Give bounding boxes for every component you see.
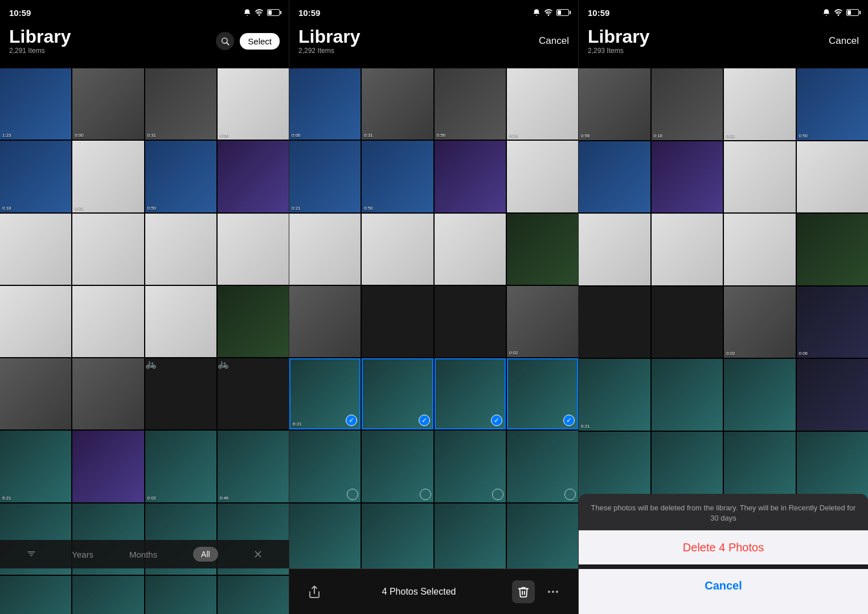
photo-cell[interactable]: 0:56 xyxy=(435,68,506,140)
select-button-p1[interactable]: Select xyxy=(240,33,280,50)
photo-cell[interactable] xyxy=(724,214,796,285)
photo-cell[interactable]: 0:46 xyxy=(218,431,289,502)
photo-cell[interactable] xyxy=(72,214,144,285)
photo-cell-sel4[interactable]: ✓ xyxy=(507,358,578,429)
photo-cell[interactable]: 0:21 xyxy=(724,68,796,140)
photo-cell[interactable]: 0:31 xyxy=(362,68,433,140)
photo-cell[interactable] xyxy=(507,504,578,569)
photo-cell[interactable] xyxy=(0,214,71,285)
photo-cell[interactable] xyxy=(362,286,433,357)
photo-cell[interactable] xyxy=(435,141,506,212)
delete-photos-button[interactable]: Delete 4 Photos xyxy=(579,530,868,564)
photo-cell[interactable]: 0:02 xyxy=(507,286,578,357)
bell-icon xyxy=(822,9,830,17)
photo-cell[interactable]: 0:02 xyxy=(145,431,216,502)
photo-cell[interactable]: 0:50 xyxy=(145,141,216,212)
photo-cell[interactable] xyxy=(72,576,144,614)
photo-cell[interactable] xyxy=(579,432,650,504)
photo-cell[interactable]: 0:06 xyxy=(797,286,869,358)
photo-cell[interactable] xyxy=(652,214,723,285)
photo-cell-sel1[interactable]: 6:21 ✓ xyxy=(289,358,361,429)
photo-cell[interactable]: 0:56 xyxy=(579,68,650,140)
search-button-p1[interactable] xyxy=(216,32,234,50)
photo-cell[interactable] xyxy=(724,359,796,431)
status-time-p1: 10:59 xyxy=(9,8,31,18)
photo-cell[interactable]: 0:18 xyxy=(0,141,71,212)
photo-cell[interactable]: 0:21 xyxy=(72,141,144,212)
close-filter-p1[interactable] xyxy=(254,550,262,558)
photo-cell[interactable] xyxy=(579,286,650,358)
photo-cell[interactable] xyxy=(145,286,216,357)
more-button-p2[interactable] xyxy=(542,580,564,603)
photo-cell[interactable]: 6:21 xyxy=(579,359,650,431)
photo-cell[interactable] xyxy=(507,431,578,502)
photo-cell[interactable] xyxy=(72,286,144,357)
photo-cell[interactable] xyxy=(435,504,506,569)
cancel-sheet-button[interactable]: Cancel xyxy=(579,569,868,603)
photo-cell-sel2[interactable]: ✓ xyxy=(362,358,433,429)
photo-cell[interactable] xyxy=(289,214,361,285)
photo-cell[interactable]: 0:56 xyxy=(218,68,289,140)
photo-cell[interactable]: 🚲 xyxy=(145,358,216,429)
status-bar-panel3: 10:59 xyxy=(579,0,868,25)
months-button-p1[interactable]: Months xyxy=(129,550,157,559)
photo-cell-sel3[interactable]: ✓ xyxy=(435,358,506,429)
photo-cell[interactable] xyxy=(0,358,71,429)
photo-cell[interactable] xyxy=(797,432,869,504)
photo-cell[interactable] xyxy=(652,432,723,504)
photo-cell[interactable] xyxy=(289,504,361,569)
photo-cell[interactable]: 0:00 xyxy=(289,68,361,140)
photo-cell[interactable] xyxy=(72,431,144,502)
photo-cell[interactable]: 1:23 xyxy=(0,68,71,140)
photo-cell[interactable]: 0:50 xyxy=(362,141,433,212)
photo-cell[interactable] xyxy=(797,214,869,285)
photo-cell[interactable]: 0:02 xyxy=(724,286,796,358)
photo-cell[interactable] xyxy=(724,432,796,504)
all-button-p1[interactable]: All xyxy=(193,547,218,562)
photo-cell[interactable] xyxy=(724,141,796,213)
photo-cell[interactable]: 🚲 xyxy=(218,358,289,429)
photo-cell[interactable] xyxy=(579,214,650,285)
photo-cell[interactable] xyxy=(435,286,506,357)
photo-cell[interactable] xyxy=(0,576,71,614)
photo-cell[interactable]: 0:50 xyxy=(797,68,869,140)
photo-cell[interactable] xyxy=(362,431,433,502)
photo-cell[interactable] xyxy=(652,141,723,213)
photo-cell[interactable]: 0:21 xyxy=(289,141,361,212)
photo-cell[interactable] xyxy=(145,576,216,614)
photo-cell[interactable] xyxy=(362,214,433,285)
photo-cell[interactable] xyxy=(72,358,144,429)
photo-cell[interactable] xyxy=(507,141,578,212)
photo-cell[interactable] xyxy=(579,141,650,213)
share-button-p2[interactable] xyxy=(303,580,326,603)
trash-icon xyxy=(517,586,530,598)
cancel-button-p3[interactable]: Cancel xyxy=(829,35,859,47)
photo-cell[interactable]: 0:18 xyxy=(652,68,723,140)
photo-cell[interactable] xyxy=(218,286,289,357)
photo-cell[interactable]: 0:18 xyxy=(507,68,578,140)
photo-cell[interactable] xyxy=(435,214,506,285)
photo-cell[interactable]: 0:31 xyxy=(145,68,216,140)
photo-cell[interactable] xyxy=(362,504,433,569)
photo-cell[interactable] xyxy=(0,286,71,357)
photo-cell[interactable] xyxy=(652,359,723,431)
action-sheet-p3: These photos will be deleted from the li… xyxy=(579,494,868,614)
photo-cell[interactable] xyxy=(218,141,289,212)
years-button-p1[interactable]: Years xyxy=(72,550,93,559)
photo-cell[interactable] xyxy=(289,286,361,357)
photo-cell[interactable] xyxy=(218,576,289,614)
photo-cell[interactable] xyxy=(797,359,869,431)
photo-cell[interactable]: 0:00 xyxy=(72,68,144,140)
photo-cell[interactable] xyxy=(797,141,869,213)
photo-cell[interactable] xyxy=(218,214,289,285)
library-title-p3: Library xyxy=(588,27,649,46)
photo-cell[interactable]: 6:21 xyxy=(0,431,71,502)
photo-cell[interactable] xyxy=(289,431,361,502)
delete-button-p2[interactable] xyxy=(512,580,535,603)
photo-cell[interactable] xyxy=(145,214,216,285)
photo-cell[interactable] xyxy=(652,286,723,358)
cancel-button-p2[interactable]: Cancel xyxy=(539,35,569,47)
sort-button-p1[interactable] xyxy=(27,550,36,559)
photo-cell[interactable] xyxy=(507,214,578,285)
photo-cell[interactable] xyxy=(435,431,506,502)
